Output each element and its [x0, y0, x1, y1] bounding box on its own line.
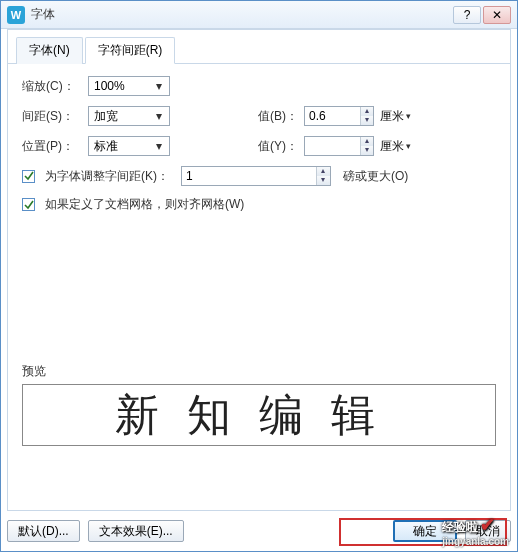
- dialog-footer: 默认(D)... 文本效果(E)... 确定 取消: [7, 517, 511, 545]
- preview-label: 预览: [22, 363, 496, 380]
- tab-font-label: 字体(N): [29, 43, 70, 57]
- tab-character-spacing[interactable]: 字符间距(R): [85, 37, 176, 64]
- dialog-content: 字体(N) 字符间距(R) 缩放(C)： 100% ▾ 间距(S)： 加宽 ▾ …: [7, 29, 511, 511]
- tab-font[interactable]: 字体(N): [16, 37, 83, 64]
- position-value: 标准: [94, 138, 152, 155]
- help-button[interactable]: ?: [453, 6, 481, 24]
- value-y-input[interactable]: [305, 137, 360, 155]
- close-button[interactable]: ✕: [483, 6, 511, 24]
- check-icon: [24, 200, 34, 210]
- spacing-label: 间距(S)：: [22, 108, 82, 125]
- preview-text: 新知编辑: [115, 386, 403, 445]
- close-icon: ✕: [492, 8, 502, 22]
- ok-button-label: 确定: [413, 523, 437, 540]
- app-logo-icon: W: [7, 6, 25, 24]
- position-label: 位置(P)：: [22, 138, 82, 155]
- watermark-text: 经验啦: [442, 520, 478, 534]
- font-dialog: W 字体 ? ✕ 字体(N) 字符间距(R) 缩放(C)： 100% ▾ 间距(…: [0, 0, 518, 552]
- default-button[interactable]: 默认(D)...: [7, 520, 80, 542]
- watermark-sub: jingyanla.com: [442, 536, 509, 547]
- kerning-unit: 磅或更大(O): [343, 168, 408, 185]
- value-b-spinner[interactable]: ▴▾: [304, 106, 374, 126]
- position-combo[interactable]: 标准 ▾: [88, 136, 170, 156]
- spacing-combo[interactable]: 加宽 ▾: [88, 106, 170, 126]
- zoom-value: 100%: [94, 79, 152, 93]
- kerning-label: 为字体调整字间距(K)：: [45, 168, 169, 185]
- spin-down-icon[interactable]: ▾: [317, 176, 330, 185]
- tab-bar: 字体(N) 字符间距(R): [8, 30, 510, 64]
- value-y-unit: 厘米: [380, 138, 404, 155]
- zoom-label: 缩放(C)：: [22, 78, 82, 95]
- text-effects-button[interactable]: 文本效果(E)...: [88, 520, 184, 542]
- spacing-value: 加宽: [94, 108, 152, 125]
- value-b-input[interactable]: [305, 107, 360, 125]
- tab-body: 缩放(C)： 100% ▾ 间距(S)： 加宽 ▾ 值(B)： ▴▾: [8, 64, 510, 458]
- chevron-down-icon: ▾: [406, 111, 411, 121]
- default-button-label: 默认(D)...: [18, 523, 69, 540]
- chevron-down-icon: ▾: [406, 141, 411, 151]
- spin-down-icon[interactable]: ▾: [361, 146, 373, 155]
- kerning-spinner[interactable]: ▴▾: [181, 166, 331, 186]
- value-y-label: 值(Y)：: [258, 138, 298, 155]
- value-b-unit: 厘米: [380, 108, 404, 125]
- chevron-down-icon: ▾: [152, 109, 166, 123]
- kerning-checkbox[interactable]: [22, 170, 35, 183]
- help-icon: ?: [464, 8, 471, 22]
- kerning-input[interactable]: [182, 167, 316, 185]
- text-effects-button-label: 文本效果(E)...: [99, 523, 173, 540]
- grid-label: 如果定义了文档网格，则对齐网格(W): [45, 196, 244, 213]
- zoom-combo[interactable]: 100% ▾: [88, 76, 170, 96]
- value-b-unit-combo[interactable]: 厘米 ▾: [380, 108, 411, 125]
- value-y-unit-combo[interactable]: 厘米 ▾: [380, 138, 411, 155]
- spin-down-icon[interactable]: ▾: [361, 116, 373, 125]
- value-b-label: 值(B)：: [258, 108, 298, 125]
- watermark: 经验啦✔ jingyanla.com: [442, 514, 509, 547]
- preview-box: 新知编辑: [22, 384, 496, 446]
- value-y-spinner[interactable]: ▴▾: [304, 136, 374, 156]
- check-icon: ✔: [480, 515, 495, 535]
- titlebar: W 字体 ? ✕: [1, 1, 517, 29]
- grid-checkbox[interactable]: [22, 198, 35, 211]
- tab-spacing-label: 字符间距(R): [98, 43, 163, 57]
- chevron-down-icon: ▾: [152, 139, 166, 153]
- check-icon: [24, 171, 34, 181]
- chevron-down-icon: ▾: [152, 79, 166, 93]
- window-title: 字体: [31, 6, 55, 23]
